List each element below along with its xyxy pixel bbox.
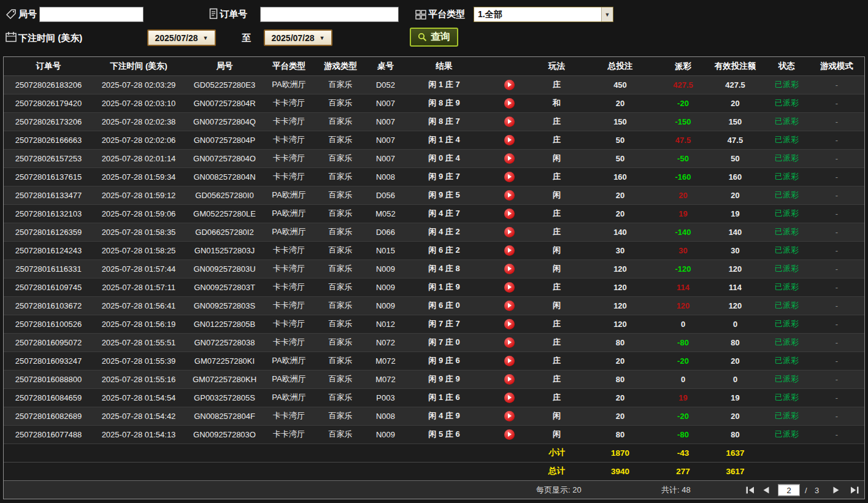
round-id-cell: GM072257280KH <box>184 370 265 388</box>
col-round-id: 局号 <box>184 57 265 75</box>
platform-select[interactable]: 1.全部 ▼ <box>474 7 613 22</box>
platform-cell: 卡卡湾厅 <box>265 112 313 131</box>
total-count-label: 共计: 48 <box>661 485 691 496</box>
table-no-cell: N007 <box>368 131 403 149</box>
round-input[interactable] <box>39 7 144 22</box>
play-icon <box>508 174 512 179</box>
platform-cell: 卡卡湾厅 <box>265 333 313 351</box>
order-id-cell: 250728016109745 <box>4 278 93 296</box>
play-button[interactable] <box>504 429 515 440</box>
search-button[interactable]: 查询 <box>410 28 458 47</box>
table-header-row: 订单号下注时间 (美东)局号平台类型游戏类型桌号结果玩法总投注派彩有效投注额状态… <box>4 57 864 75</box>
first-page-button[interactable] <box>746 486 755 494</box>
status-cell: 已派彩 <box>764 112 809 131</box>
play-button[interactable] <box>504 319 515 329</box>
total-bet-cell: 20 <box>580 204 660 223</box>
play-button[interactable] <box>504 356 515 366</box>
result-cell: 闲 8 庄 7 <box>403 112 485 131</box>
page-input[interactable] <box>778 484 800 496</box>
order-id-cell: 250728016137615 <box>4 167 93 186</box>
round-id-cell: GD056257280I0 <box>184 186 265 204</box>
order-id-cell: 250728016093247 <box>4 351 93 370</box>
platform-cell: 卡卡湾厅 <box>265 94 313 112</box>
play-button[interactable] <box>504 282 515 293</box>
platform-cell: PA欧洲厅 <box>265 370 313 388</box>
play-cell <box>485 370 533 388</box>
order-input[interactable] <box>260 7 399 22</box>
result-cell: 闲 1 庄 6 <box>403 388 485 407</box>
play-button[interactable] <box>504 374 515 385</box>
platform-cell: PA欧洲厅 <box>265 223 313 241</box>
payout-cell: -150 <box>660 112 706 131</box>
result-cell: 闲 6 庄 2 <box>403 241 485 259</box>
empty-cell <box>764 462 864 480</box>
play-type-cell: 庄 <box>533 388 580 407</box>
play-icon <box>508 82 512 87</box>
prev-page-button[interactable] <box>763 486 769 494</box>
col-total-bet: 总投注 <box>580 57 660 75</box>
total-bet-cell: 30 <box>580 241 660 259</box>
play-button[interactable] <box>504 245 515 256</box>
valid-bet-cell: 0 <box>706 315 764 333</box>
order-id-cell: 250728016103672 <box>4 296 93 315</box>
valid-bet-cell: 150 <box>706 112 764 131</box>
play-button[interactable] <box>504 190 515 201</box>
date-from-button[interactable]: 2025/07/28 ▼ <box>147 29 216 46</box>
chevron-down-icon: ▼ <box>601 7 613 21</box>
result-cell: 闲 0 庄 4 <box>403 149 485 167</box>
play-button[interactable] <box>504 98 515 109</box>
play-cell <box>485 425 533 443</box>
table-no-cell: D052 <box>368 75 403 94</box>
date-to-button[interactable]: 2025/07/28 ▼ <box>264 29 332 46</box>
play-button[interactable] <box>504 80 515 90</box>
play-button[interactable] <box>504 337 515 348</box>
last-page-button[interactable] <box>850 486 859 494</box>
next-page-button[interactable] <box>833 486 839 494</box>
play-button[interactable] <box>504 393 515 403</box>
total-bet-cell: 120 <box>580 296 660 315</box>
status-cell: 已派彩 <box>764 388 809 407</box>
platform-cell: 卡卡湾厅 <box>265 296 313 315</box>
play-button[interactable] <box>504 172 515 182</box>
status-cell: 已派彩 <box>764 259 809 278</box>
round-id-cell: GN0072572804O <box>184 149 265 167</box>
table-no-cell: N015 <box>368 241 403 259</box>
play-icon <box>508 101 512 106</box>
result-cell: 闲 6 庄 0 <box>403 296 485 315</box>
play-type-cell: 闲 <box>533 149 580 167</box>
order-label: 订单号 <box>220 9 247 20</box>
status-cell: 已派彩 <box>764 204 809 223</box>
payout-cell: -20 <box>660 407 706 425</box>
play-button[interactable] <box>504 117 515 127</box>
game-mode-cell: - <box>809 278 864 296</box>
platform-cell: 卡卡湾厅 <box>265 167 313 186</box>
play-button[interactable] <box>504 411 515 421</box>
total-bet-cell: 160 <box>580 167 660 186</box>
grid-icon <box>415 9 427 21</box>
bet-time-cell: 2025-07-28 02:02:38 <box>93 112 184 131</box>
play-button[interactable] <box>504 135 515 145</box>
round-label: 局号 <box>18 9 37 20</box>
table-no-cell: N072 <box>368 333 403 351</box>
play-button[interactable] <box>504 264 515 274</box>
play-type-cell: 闲 <box>533 296 580 315</box>
valid-bet-cell: 120 <box>706 296 764 315</box>
play-button[interactable] <box>504 209 515 219</box>
table-no-cell: M072 <box>368 370 403 388</box>
play-button[interactable] <box>504 227 515 237</box>
table-row: 2507280161376152025-07-28 01:59:34GN0082… <box>4 167 864 186</box>
table-no-cell: M052 <box>368 204 403 223</box>
play-cell <box>485 241 533 259</box>
filter-bar: 局号 订单号 平台类型 1.全部 ▼ 下注时间 (美东) 2025/07/28 … <box>0 0 868 56</box>
result-cell: 闲 1 庄 9 <box>403 278 485 296</box>
total-bet-cell: 120 <box>580 259 660 278</box>
play-type-cell: 庄 <box>533 167 580 186</box>
play-cell <box>485 112 533 131</box>
play-button[interactable] <box>504 153 515 164</box>
table-no-cell: N009 <box>368 296 403 315</box>
per-page-label: 每页显示: 20 <box>536 485 582 496</box>
play-cell <box>485 388 533 407</box>
play-button[interactable] <box>504 301 515 311</box>
result-cell: 闲 7 庄 7 <box>403 315 485 333</box>
game-type-cell: 百家乐 <box>313 315 368 333</box>
